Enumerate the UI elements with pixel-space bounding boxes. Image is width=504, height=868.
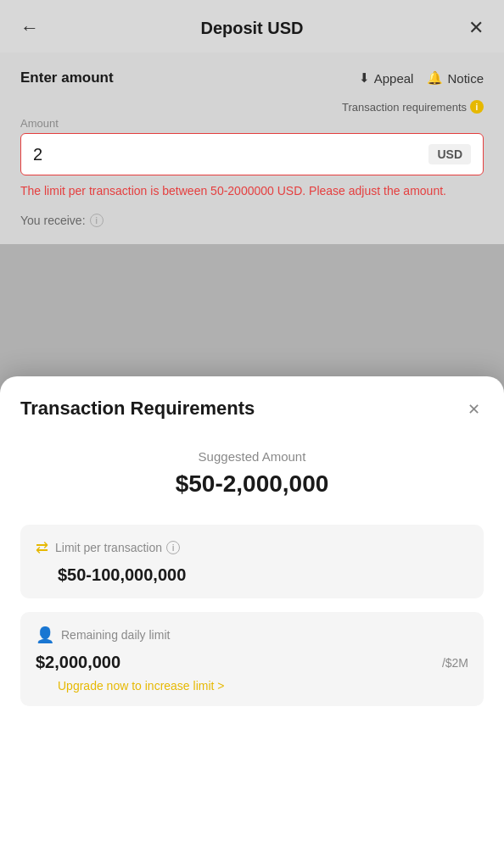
daily-card-header: 👤 Remaining daily limit	[36, 626, 468, 644]
amount-input[interactable]	[33, 145, 428, 164]
enter-amount-label: Enter amount	[20, 70, 114, 86]
transaction-req-info-icon[interactable]: i	[470, 100, 484, 114]
you-receive-label: You receive:	[20, 214, 86, 227]
appeal-icon: ⬇	[359, 70, 370, 86]
currency-badge: USD	[428, 144, 471, 164]
you-receive-info-icon[interactable]: i	[90, 214, 104, 227]
appeal-label: Appeal	[374, 71, 414, 86]
notice-button[interactable]: 🔔 Notice	[427, 70, 484, 86]
suggested-amount-label: Suggested Amount	[20, 449, 484, 464]
error-message: The limit per transaction is between 50-…	[20, 182, 484, 200]
remaining-daily-limit-card: 👤 Remaining daily limit $2,000,000 /$2M …	[20, 612, 484, 706]
swap-icon: ⇄	[36, 538, 48, 557]
amount-label: Amount	[20, 117, 484, 130]
transaction-req-text: Transaction requirements	[342, 101, 467, 114]
enter-amount-row: Enter amount ⬇ Appeal 🔔 Notice	[20, 70, 484, 86]
limit-per-transaction-card: ⇄ Limit per transaction i $50-100,000,00…	[20, 525, 484, 598]
you-receive-row: You receive: i	[20, 214, 484, 227]
transaction-req-row: Transaction requirements i	[20, 100, 484, 114]
person-icon: 👤	[36, 626, 54, 644]
header: ← Deposit USD ✕	[0, 0, 504, 53]
upgrade-link[interactable]: Upgrade now to increase limit >	[36, 679, 468, 693]
appeal-button[interactable]: ⬇ Appeal	[359, 70, 414, 86]
daily-limit-value: $2,000,000	[36, 653, 120, 672]
notice-icon: 🔔	[427, 70, 443, 86]
modal-close-button[interactable]: ✕	[464, 397, 484, 422]
back-button[interactable]: ←	[20, 17, 51, 39]
daily-limit-row: $2,000,000 /$2M	[36, 653, 468, 672]
amount-input-wrapper: USD	[20, 133, 484, 175]
modal-title: Transaction Requirements	[20, 397, 255, 421]
header-close-button[interactable]: ✕	[453, 17, 484, 39]
daily-limit-total: /$2M	[442, 656, 468, 670]
appeal-notice-row: ⬇ Appeal 🔔 Notice	[359, 70, 484, 86]
suggested-amount-value: $50-2,000,000	[20, 470, 484, 498]
limit-card-header: ⇄ Limit per transaction i	[36, 538, 468, 557]
limit-per-tx-label: Limit per transaction i	[55, 541, 180, 554]
remaining-daily-label: Remaining daily limit	[61, 628, 170, 642]
page-title: Deposit USD	[51, 19, 453, 38]
limit-info-icon[interactable]: i	[166, 541, 180, 554]
transaction-requirements-modal: Transaction Requirements ✕ Suggested Amo…	[0, 376, 504, 868]
suggested-amount-section: Suggested Amount $50-2,000,000	[20, 449, 484, 498]
notice-label: Notice	[447, 71, 484, 86]
modal-overlay: Transaction Requirements ✕ Suggested Amo…	[0, 376, 504, 868]
modal-header: Transaction Requirements ✕	[20, 397, 484, 422]
limit-per-tx-value: $50-100,000,000	[36, 565, 468, 585]
background-content: Enter amount ⬇ Appeal 🔔 Notice Transacti…	[0, 53, 504, 244]
